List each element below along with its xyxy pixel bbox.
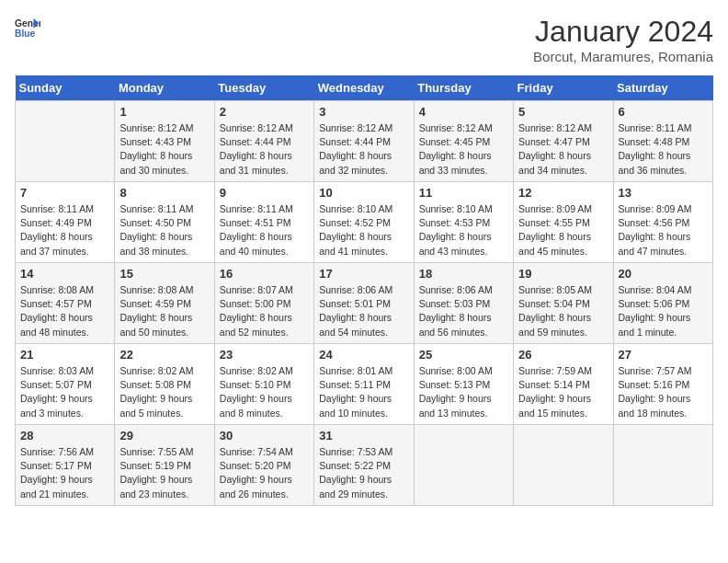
day-info: Sunrise: 8:02 AM Sunset: 5:08 PM Dayligh…	[119, 364, 209, 420]
day-info: Sunrise: 7:59 AM Sunset: 5:14 PM Dayligh…	[518, 364, 608, 420]
day-number: 17	[319, 267, 408, 281]
week-row-3: 21 Sunrise: 8:03 AM Sunset: 5:07 PM Dayl…	[16, 344, 713, 425]
logo: General Blue	[15, 15, 40, 40]
col-saturday: Saturday	[613, 75, 712, 101]
day-info: Sunrise: 7:55 AM Sunset: 5:19 PM Dayligh…	[119, 445, 209, 501]
day-number: 24	[319, 348, 408, 362]
day-info: Sunrise: 8:11 AM Sunset: 4:49 PM Dayligh…	[20, 202, 109, 259]
col-monday: Monday	[115, 75, 214, 101]
day-info: Sunrise: 8:12 AM Sunset: 4:43 PM Dayligh…	[119, 121, 209, 178]
calendar-cell-1-0: 7 Sunrise: 8:11 AM Sunset: 4:49 PM Dayli…	[16, 182, 115, 263]
calendar-cell-1-2: 9 Sunrise: 8:11 AM Sunset: 4:51 PM Dayli…	[214, 182, 313, 263]
col-sunday: Sunday	[16, 75, 115, 101]
calendar-cell-2-6: 20 Sunrise: 8:04 AM Sunset: 5:06 PM Dayl…	[613, 263, 712, 344]
day-info: Sunrise: 8:11 AM Sunset: 4:48 PM Dayligh…	[619, 121, 708, 178]
day-info: Sunrise: 8:08 AM Sunset: 4:59 PM Dayligh…	[119, 283, 209, 339]
calendar-cell-2-4: 18 Sunrise: 8:06 AM Sunset: 5:03 PM Dayl…	[414, 263, 513, 344]
week-row-2: 14 Sunrise: 8:08 AM Sunset: 4:57 PM Dayl…	[16, 263, 713, 344]
calendar-cell-4-5	[514, 425, 613, 506]
day-info: Sunrise: 8:12 AM Sunset: 4:44 PM Dayligh…	[319, 121, 408, 178]
calendar-cell-2-3: 17 Sunrise: 8:06 AM Sunset: 5:01 PM Dayl…	[314, 263, 414, 344]
day-number: 15	[119, 267, 209, 281]
calendar-cell-0-3: 3 Sunrise: 8:12 AM Sunset: 4:44 PM Dayli…	[314, 101, 414, 182]
day-number: 30	[220, 429, 309, 442]
day-number: 25	[419, 348, 508, 362]
calendar-cell-4-1: 29 Sunrise: 7:55 AM Sunset: 5:19 PM Dayl…	[115, 425, 214, 506]
day-number: 5	[518, 105, 608, 119]
calendar-table: Sunday Monday Tuesday Wednesday Thursday…	[15, 75, 713, 506]
day-number: 18	[419, 267, 508, 281]
calendar-cell-4-6	[613, 425, 712, 506]
day-info: Sunrise: 8:04 AM Sunset: 5:06 PM Dayligh…	[619, 283, 708, 339]
week-row-0: 1 Sunrise: 8:12 AM Sunset: 4:43 PM Dayli…	[16, 101, 713, 182]
day-number: 7	[20, 186, 109, 200]
calendar-cell-3-5: 26 Sunrise: 7:59 AM Sunset: 5:14 PM Dayl…	[514, 344, 613, 425]
day-info: Sunrise: 8:05 AM Sunset: 5:04 PM Dayligh…	[518, 283, 608, 339]
day-info: Sunrise: 8:02 AM Sunset: 5:10 PM Dayligh…	[220, 364, 309, 420]
week-row-1: 7 Sunrise: 8:11 AM Sunset: 4:49 PM Dayli…	[16, 182, 713, 263]
calendar-cell-4-4	[414, 425, 513, 506]
day-number: 11	[419, 186, 508, 200]
day-number: 4	[419, 105, 508, 119]
calendar-cell-3-4: 25 Sunrise: 8:00 AM Sunset: 5:13 PM Dayl…	[414, 344, 513, 425]
col-thursday: Thursday	[414, 75, 513, 101]
col-wednesday: Wednesday	[314, 75, 414, 101]
day-info: Sunrise: 8:11 AM Sunset: 4:50 PM Dayligh…	[119, 202, 209, 259]
day-number: 10	[319, 186, 408, 200]
day-info: Sunrise: 8:00 AM Sunset: 5:13 PM Dayligh…	[419, 364, 508, 420]
day-number: 12	[518, 186, 608, 200]
day-number: 13	[619, 186, 708, 200]
location-subtitle: Borcut, Maramures, Romania	[533, 49, 713, 64]
day-number: 8	[119, 186, 209, 200]
calendar-cell-2-5: 19 Sunrise: 8:05 AM Sunset: 5:04 PM Dayl…	[514, 263, 613, 344]
calendar-cell-3-0: 21 Sunrise: 8:03 AM Sunset: 5:07 PM Dayl…	[16, 344, 115, 425]
col-friday: Friday	[514, 75, 613, 101]
calendar-cell-2-0: 14 Sunrise: 8:08 AM Sunset: 4:57 PM Dayl…	[16, 263, 115, 344]
calendar-cell-3-1: 22 Sunrise: 8:02 AM Sunset: 5:08 PM Dayl…	[115, 344, 214, 425]
calendar-cell-1-1: 8 Sunrise: 8:11 AM Sunset: 4:50 PM Dayli…	[115, 182, 214, 263]
calendar-cell-4-2: 30 Sunrise: 7:54 AM Sunset: 5:20 PM Dayl…	[214, 425, 313, 506]
day-info: Sunrise: 8:08 AM Sunset: 4:57 PM Dayligh…	[20, 283, 109, 339]
day-number: 3	[319, 105, 408, 119]
calendar-cell-0-2: 2 Sunrise: 8:12 AM Sunset: 4:44 PM Dayli…	[214, 101, 313, 182]
day-number: 16	[220, 267, 309, 281]
week-row-4: 28 Sunrise: 7:56 AM Sunset: 5:17 PM Dayl…	[16, 425, 713, 506]
day-number: 29	[119, 429, 209, 442]
title-area: January 2024 Borcut, Maramures, Romania	[533, 15, 713, 64]
calendar-cell-2-1: 15 Sunrise: 8:08 AM Sunset: 4:59 PM Dayl…	[115, 263, 214, 344]
day-info: Sunrise: 7:53 AM Sunset: 5:22 PM Dayligh…	[319, 445, 408, 501]
day-number: 27	[619, 348, 708, 362]
calendar-cell-1-3: 10 Sunrise: 8:10 AM Sunset: 4:52 PM Dayl…	[314, 182, 414, 263]
calendar-header-row: Sunday Monday Tuesday Wednesday Thursday…	[16, 75, 713, 101]
calendar-cell-0-1: 1 Sunrise: 8:12 AM Sunset: 4:43 PM Dayli…	[115, 101, 214, 182]
calendar-cell-4-0: 28 Sunrise: 7:56 AM Sunset: 5:17 PM Dayl…	[16, 425, 115, 506]
day-info: Sunrise: 8:10 AM Sunset: 4:53 PM Dayligh…	[419, 202, 508, 259]
day-info: Sunrise: 8:11 AM Sunset: 4:51 PM Dayligh…	[220, 202, 309, 259]
calendar-cell-3-6: 27 Sunrise: 7:57 AM Sunset: 5:16 PM Dayl…	[613, 344, 712, 425]
calendar-cell-0-4: 4 Sunrise: 8:12 AM Sunset: 4:45 PM Dayli…	[414, 101, 513, 182]
calendar-cell-0-5: 5 Sunrise: 8:12 AM Sunset: 4:47 PM Dayli…	[514, 101, 613, 182]
day-number: 9	[220, 186, 309, 200]
day-number: 2	[220, 105, 309, 119]
day-info: Sunrise: 8:07 AM Sunset: 5:00 PM Dayligh…	[220, 283, 309, 339]
svg-text:Blue: Blue	[15, 29, 36, 39]
day-info: Sunrise: 8:09 AM Sunset: 4:55 PM Dayligh…	[518, 202, 608, 259]
page-header: General Blue January 2024 Borcut, Maramu…	[15, 15, 713, 64]
day-info: Sunrise: 8:06 AM Sunset: 5:03 PM Dayligh…	[419, 283, 508, 339]
day-info: Sunrise: 8:06 AM Sunset: 5:01 PM Dayligh…	[319, 283, 408, 339]
col-tuesday: Tuesday	[214, 75, 313, 101]
day-info: Sunrise: 8:12 AM Sunset: 4:44 PM Dayligh…	[220, 121, 309, 178]
day-info: Sunrise: 8:10 AM Sunset: 4:52 PM Dayligh…	[319, 202, 408, 259]
day-info: Sunrise: 8:12 AM Sunset: 4:45 PM Dayligh…	[419, 121, 508, 178]
day-number: 20	[619, 267, 708, 281]
day-number: 6	[619, 105, 708, 119]
calendar-cell-1-5: 12 Sunrise: 8:09 AM Sunset: 4:55 PM Dayl…	[514, 182, 613, 263]
calendar-cell-3-3: 24 Sunrise: 8:01 AM Sunset: 5:11 PM Dayl…	[314, 344, 414, 425]
calendar-cell-1-4: 11 Sunrise: 8:10 AM Sunset: 4:53 PM Dayl…	[414, 182, 513, 263]
calendar-cell-0-6: 6 Sunrise: 8:11 AM Sunset: 4:48 PM Dayli…	[613, 101, 712, 182]
day-info: Sunrise: 8:12 AM Sunset: 4:47 PM Dayligh…	[518, 121, 608, 178]
day-number: 23	[220, 348, 309, 362]
day-number: 31	[319, 429, 408, 442]
calendar-cell-4-3: 31 Sunrise: 7:53 AM Sunset: 5:22 PM Dayl…	[314, 425, 414, 506]
day-info: Sunrise: 7:57 AM Sunset: 5:16 PM Dayligh…	[619, 364, 708, 420]
